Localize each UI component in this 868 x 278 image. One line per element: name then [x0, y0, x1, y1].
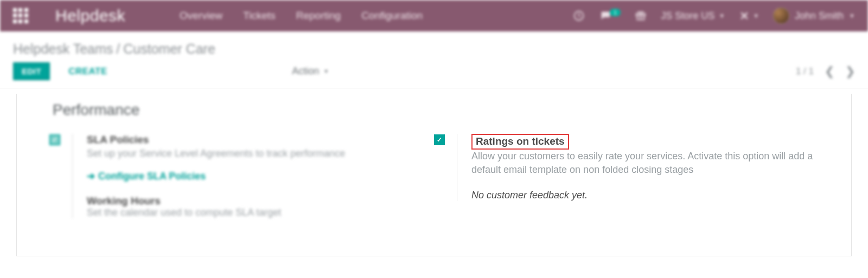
working-hours-title: Working Hours [87, 195, 434, 207]
gift-icon[interactable] [635, 10, 647, 22]
configure-sla-label: Configure SLA Policies [98, 171, 206, 182]
create-button[interactable]: CREATE [68, 66, 107, 77]
pager-prev[interactable]: ❮ [825, 64, 834, 79]
breadcrumb-sep: / [116, 41, 120, 57]
chat-badge: 1 [610, 9, 621, 16]
company-selector[interactable]: JS Store US ▼ [661, 10, 725, 22]
menu-tickets[interactable]: Tickets [243, 10, 275, 22]
working-hours-desc: Set the calendar used to compute SLA tar… [87, 207, 434, 218]
chevron-down-icon: ▼ [753, 12, 759, 19]
sla-title: SLA Policies [87, 134, 434, 146]
avatar [773, 8, 789, 24]
pager-next[interactable]: ❯ [845, 64, 855, 79]
chevron-down-icon: ▼ [323, 68, 329, 74]
app-brand[interactable]: Helpdesk [55, 7, 125, 25]
section-title: Performance [53, 101, 819, 119]
chevron-down-icon: ▼ [719, 12, 725, 19]
ratings-title: Ratings on tickets [476, 135, 565, 147]
configure-sla-link[interactable]: ➔ Configure SLA Policies [87, 170, 434, 182]
user-name: John Smith [795, 10, 844, 22]
menu-configuration[interactable]: Configuration [361, 10, 423, 22]
tools-icon[interactable]: ▼ [739, 10, 759, 21]
feedback-empty: No customer feedback yet. [471, 190, 819, 201]
breadcrumb-current: Customer Care [123, 41, 215, 57]
company-label: JS Store US [661, 10, 714, 22]
menu-reporting[interactable]: Reporting [296, 10, 341, 22]
action-menu[interactable]: Action ▼ [292, 66, 329, 77]
ratings-checkbox[interactable] [434, 134, 445, 145]
pager-range: 1 / 1 [796, 66, 814, 77]
chat-icon[interactable]: 1 [599, 10, 621, 22]
sla-desc: Set up your Service Level Agreements to … [87, 147, 434, 160]
ratings-desc: Allow your customers to easily rate your… [471, 150, 819, 177]
breadcrumb-parent[interactable]: Helpdesk Teams [13, 41, 113, 57]
sla-checkbox[interactable] [49, 134, 60, 145]
clock-icon[interactable] [573, 10, 585, 22]
chevron-down-icon: ▼ [849, 12, 855, 19]
menu-overview[interactable]: Overview [180, 10, 222, 22]
breadcrumb: Helpdesk Teams / Customer Care [0, 31, 868, 60]
action-menu-label: Action [292, 66, 319, 77]
user-menu[interactable]: John Smith ▼ [773, 8, 855, 24]
apps-icon[interactable] [13, 8, 28, 23]
arrow-right-icon: ➔ [87, 170, 95, 182]
edit-button[interactable]: EDIT [13, 62, 50, 80]
